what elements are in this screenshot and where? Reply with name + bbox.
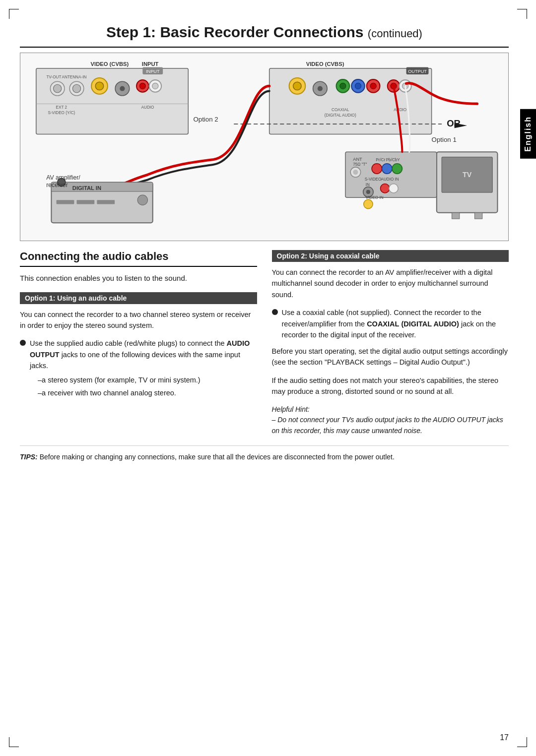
svg-text:DIGITAL IN: DIGITAL IN: [72, 185, 101, 191]
section-heading: Connecting the audio cables: [20, 250, 257, 267]
helpful-hint-label: Helpful Hint:: [272, 405, 310, 413]
svg-text:(DIGITAL AUDIO): (DIGITAL AUDIO): [325, 113, 356, 118]
option2-bullet1-text: Use a coaxial cable (not supplied). Conn…: [282, 307, 509, 340]
svg-point-80: [366, 190, 370, 194]
svg-text:Y: Y: [397, 158, 400, 162]
svg-text:Option 1: Option 1: [432, 136, 457, 143]
bullet-dot-2: [272, 309, 278, 315]
svg-text:AUDIO: AUDIO: [394, 108, 406, 112]
page-title: Step 1: Basic Recorder Connections (cont…: [20, 15, 509, 48]
svg-text:AUDIO IN: AUDIO IN: [381, 177, 399, 182]
svg-point-12: [95, 82, 103, 90]
svg-point-8: [54, 84, 62, 92]
svg-marker-46: [455, 123, 468, 128]
svg-point-10: [72, 84, 80, 92]
helpful-hint: Helpful Hint: – Do not connect your TVs …: [272, 404, 509, 437]
svg-text:TV: TV: [463, 171, 472, 179]
corner-mark-tr: [517, 9, 527, 19]
svg-point-34: [355, 83, 361, 89]
svg-point-32: [340, 83, 346, 89]
option2-body3: If the audio setting does not match your…: [272, 375, 509, 397]
svg-point-70: [353, 170, 358, 175]
svg-rect-51: [57, 200, 74, 204]
svg-text:IN: IN: [366, 183, 370, 187]
svg-text:EXT 2: EXT 2: [56, 105, 67, 110]
svg-text:INPUT: INPUT: [146, 69, 160, 74]
svg-rect-53: [97, 200, 115, 204]
svg-text:S-VIDEO: S-VIDEO: [365, 177, 382, 182]
svg-point-30: [318, 86, 323, 91]
title-text: Step 1: Basic Recorder Connections: [106, 24, 363, 40]
diagram-area: VIDEO (CVBS) INPUT INPUT TV-OUT ANTENNA-…: [20, 53, 509, 241]
svg-text:AUDIO: AUDIO: [141, 105, 154, 110]
svg-rect-52: [77, 200, 95, 204]
svg-text:ANT: ANT: [353, 157, 362, 162]
option1-bullet1-text: Use the supplied audio cable (red/white …: [30, 338, 257, 400]
svg-point-14: [120, 86, 125, 91]
svg-point-82: [380, 184, 389, 193]
svg-text:VIDEO (CVBS): VIDEO (CVBS): [306, 61, 344, 67]
english-tab: English: [520, 109, 536, 159]
svg-text:Pb/Cb: Pb/Cb: [386, 158, 398, 162]
svg-point-54: [137, 195, 147, 205]
svg-text:AV amplifier/: AV amplifier/: [46, 174, 80, 181]
svg-point-16: [139, 83, 145, 89]
option2-body2: Before you start operating, set the digi…: [272, 346, 509, 368]
corner-mark-tl: [9, 9, 19, 19]
two-col-layout: Connecting the audio cables This connect…: [20, 250, 509, 437]
col-right: Option 2: Using a coaxial cable You can …: [272, 250, 509, 437]
svg-point-36: [370, 83, 376, 89]
svg-text:S-VIDEO (Y/C): S-VIDEO (Y/C): [48, 111, 75, 115]
svg-point-28: [293, 82, 301, 90]
svg-text:Option 2: Option 2: [193, 116, 218, 123]
svg-text:receiver: receiver: [46, 182, 68, 189]
svg-text:INPUT: INPUT: [142, 61, 159, 67]
option1-bullet1: Use the supplied audio cable (red/white …: [20, 338, 257, 400]
option2-bullet1: Use a coaxial cable (not supplied). Conn…: [272, 307, 509, 340]
svg-point-18: [152, 83, 158, 89]
svg-text:VIDEO (CVBS): VIDEO (CVBS): [91, 61, 129, 67]
col-left: Connecting the audio cables This connect…: [20, 250, 257, 437]
svg-point-75: [382, 164, 392, 174]
svg-rect-62: [474, 213, 482, 219]
option1-dash2: a receiver with two channel analog stere…: [38, 387, 257, 398]
svg-text:ANTENNA-IN: ANTENNA-IN: [62, 75, 86, 79]
option1-dash1: a stereo system (for example, TV or mini…: [38, 375, 257, 385]
tips-bar: TIPS: Before making or changing any conn…: [20, 445, 509, 463]
option2-bullet-list: Use a coaxial cable (not supplied). Conn…: [272, 307, 509, 340]
svg-point-76: [392, 164, 402, 174]
svg-text:75Ω "T": 75Ω "T": [353, 162, 367, 167]
svg-text:COAXIAL: COAXIAL: [332, 108, 349, 112]
svg-text:Pr/Cr: Pr/Cr: [376, 158, 385, 162]
svg-text:TV-OUT: TV-OUT: [47, 75, 62, 79]
option1-bullet-list: Use the supplied audio cable (red/white …: [20, 338, 257, 400]
diagram-svg: VIDEO (CVBS) INPUT INPUT TV-OUT ANTENNA-…: [20, 53, 508, 241]
corner-mark-bl: [9, 737, 19, 747]
option1-body: You can connect the recorder to a two ch…: [20, 309, 257, 331]
tips-text: Before making or changing any connection…: [40, 453, 395, 461]
page-number: 17: [500, 733, 509, 742]
tips-label: TIPS:: [20, 453, 38, 461]
bullet-dot: [20, 340, 26, 346]
helpful-hint-text: – Do not connect your TVs audio output j…: [272, 416, 503, 435]
svg-point-85: [364, 199, 373, 208]
svg-text:OUTPUT: OUTPUT: [408, 69, 427, 74]
main-content: Step 1: Basic Recorder Connections (cont…: [20, 15, 509, 741]
intro-text: This connection enables you to listen to…: [20, 273, 257, 284]
title-continued: (continued): [368, 27, 422, 40]
option1-dash-list: a stereo system (for example, TV or mini…: [38, 375, 257, 399]
option2-heading: Option 2: Using a coaxial cable: [272, 250, 509, 262]
svg-point-74: [372, 164, 382, 174]
svg-rect-61: [452, 213, 460, 219]
option2-body1: You can connect the recorder to an AV am…: [272, 267, 509, 300]
svg-point-83: [389, 184, 398, 193]
corner-mark-br: [517, 737, 527, 747]
option1-heading: Option 1: Using an audio cable: [20, 292, 257, 304]
